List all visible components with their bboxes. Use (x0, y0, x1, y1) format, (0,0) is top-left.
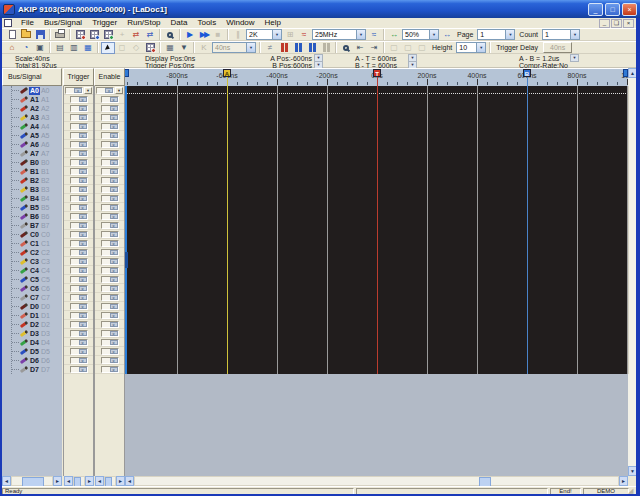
enable-cell-a6[interactable]: × (95, 140, 124, 149)
dont-care-icon[interactable]: × (79, 178, 87, 183)
signal-name[interactable]: D2 (29, 321, 40, 329)
signal-row-c3[interactable]: C3C3 (2, 257, 62, 266)
wave-scroll-left[interactable]: ◄ (125, 476, 134, 486)
dont-care-icon[interactable]: × (79, 133, 87, 138)
signal-name[interactable]: B3 (29, 186, 40, 194)
marker-a-flag[interactable]: A (223, 69, 231, 77)
dont-care-icon[interactable]: × (110, 277, 118, 282)
dont-care-icon[interactable]: × (110, 241, 118, 246)
wave-scroll-track[interactable] (134, 476, 619, 486)
start-marker-flag[interactable] (125, 69, 129, 77)
dont-care-icon[interactable]: × (79, 196, 87, 201)
signal-row-c7[interactable]: C7C7 (2, 293, 62, 302)
trigger-cell-b1[interactable]: × (64, 167, 93, 176)
signal-name[interactable]: B5 (29, 204, 40, 212)
trigger-cell-a4[interactable]: × (64, 122, 93, 131)
page-nav-button[interactable]: ↔ (440, 29, 454, 41)
dont-care-icon[interactable]: × (79, 160, 87, 165)
names-scroll-right[interactable]: ► (53, 476, 62, 486)
dont-care-icon[interactable]: × (110, 340, 118, 345)
dont-care-icon[interactable]: × (110, 106, 118, 111)
signal-name[interactable]: A6 (29, 141, 40, 149)
enable-cell-b3[interactable]: × (95, 185, 124, 194)
chevron-down-icon[interactable]: ▼ (429, 30, 438, 39)
dont-care-icon[interactable]: × (110, 295, 118, 300)
trigger-cell-d2[interactable]: × (64, 320, 93, 329)
trigger-scroll-right[interactable]: ► (85, 476, 94, 486)
signal-row-b6[interactable]: B6B6 (2, 212, 62, 221)
dont-care-icon[interactable]: × (110, 115, 118, 120)
signal-row-c2[interactable]: C2C2 (2, 248, 62, 257)
dont-care-icon[interactable]: × (79, 304, 87, 309)
trigger-cell-d5[interactable]: × (64, 347, 93, 356)
trigger-scroll-left[interactable]: ◄ (64, 476, 73, 486)
names-scroll-track[interactable] (11, 476, 53, 486)
module-button[interactable]: ▣ (33, 42, 47, 54)
enable-cell-d1[interactable]: × (95, 311, 124, 320)
enable-cell-c6[interactable]: × (95, 284, 124, 293)
signal-name[interactable]: D5 (29, 348, 40, 356)
dont-care-icon[interactable]: × (79, 295, 87, 300)
dont-care-icon[interactable]: × (110, 124, 118, 129)
grid-mode-button[interactable]: ▦ (163, 42, 177, 54)
signal-name[interactable]: C0 (29, 231, 40, 239)
go-end-button[interactable]: ⇥ (367, 42, 381, 54)
dont-care-icon[interactable]: × (74, 88, 82, 93)
bus-insert-red-button[interactable] (277, 42, 291, 54)
signal-row-c6[interactable]: C6C6 (2, 284, 62, 293)
trigger-cell-b2[interactable]: × (64, 176, 93, 185)
trigger-cell-b6[interactable]: × (64, 212, 93, 221)
enable-cell-b5[interactable]: × (95, 203, 124, 212)
signal-name[interactable]: B1 (29, 168, 40, 176)
snap-grid-button[interactable] (143, 42, 157, 54)
signal-name[interactable]: A7 (29, 150, 40, 158)
dont-care-icon[interactable]: × (110, 286, 118, 291)
dont-care-icon[interactable]: × (79, 223, 87, 228)
waveform-window-button[interactable]: ▤ (53, 42, 67, 54)
menu-window[interactable]: Window (221, 18, 259, 28)
dont-care-icon[interactable]: × (79, 115, 87, 120)
trigger-cell-b7[interactable]: × (64, 221, 93, 230)
print-button[interactable] (53, 29, 67, 41)
enable-cell-c0[interactable]: × (95, 230, 124, 239)
trigger-cell-c2[interactable]: × (64, 248, 93, 257)
enable-scroll-left[interactable]: ◄ (95, 476, 104, 486)
dont-care-icon[interactable]: × (110, 304, 118, 309)
signal-row-d4[interactable]: D4D4 (2, 338, 62, 347)
enable-cell-b7[interactable]: × (95, 221, 124, 230)
add-tool-button[interactable]: + (115, 29, 129, 41)
enable-cell-a3[interactable]: × (95, 113, 124, 122)
dont-care-icon[interactable]: × (110, 232, 118, 237)
dont-care-icon[interactable]: × (110, 250, 118, 255)
trigger-cell-c0[interactable]: × (64, 230, 93, 239)
mdi-restore-button[interactable]: ❏ (611, 19, 622, 28)
trigger-cell-a1[interactable]: × (64, 95, 93, 104)
signal-row-a5[interactable]: A5A5 (2, 131, 62, 140)
external-clock-icon[interactable]: ≈ (367, 29, 381, 41)
signal-row-a4[interactable]: A4A4 (2, 122, 62, 131)
menu-trigger[interactable]: Trigger (87, 18, 122, 28)
signal-row-c1[interactable]: C1C1 (2, 239, 62, 248)
trigger-cell-d7[interactable]: × (64, 365, 93, 374)
enable-cell-b4[interactable]: × (95, 194, 124, 203)
signal-row-b7[interactable]: B7B7 (2, 221, 62, 230)
signal-name[interactable]: D7 (29, 366, 40, 374)
trigger-cell-a3[interactable]: × (64, 113, 93, 122)
trigger-cell-a6[interactable]: × (64, 140, 93, 149)
dont-care-icon[interactable]: × (105, 88, 113, 93)
trigger-cell-a7[interactable]: × (64, 149, 93, 158)
signal-name[interactable]: A5 (29, 132, 40, 140)
mdi-close-button[interactable]: × (623, 19, 634, 28)
pre-trigger-arrows-button[interactable]: ⇄ (129, 29, 143, 41)
trigger-cell-b3[interactable]: × (64, 185, 93, 194)
data-start-handle[interactable] (125, 252, 128, 268)
menu-tools[interactable]: Tools (192, 18, 221, 28)
dont-care-icon[interactable]: × (110, 367, 118, 372)
enable-cell-c1[interactable]: × (95, 239, 124, 248)
bus-insert-blue-button[interactable] (291, 42, 305, 54)
stop-button[interactable]: ■ (211, 29, 225, 41)
signal-name[interactable]: A1 (29, 96, 40, 104)
trigger-cell-c4[interactable]: × (64, 266, 93, 275)
trigger-cell-c5[interactable]: × (64, 275, 93, 284)
enable-cell-a0[interactable]: ×▼ (95, 86, 124, 95)
